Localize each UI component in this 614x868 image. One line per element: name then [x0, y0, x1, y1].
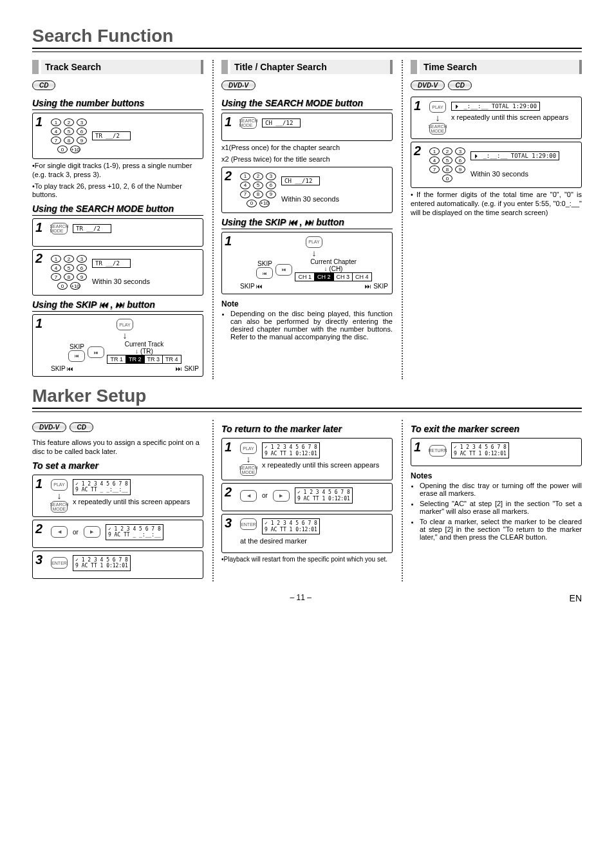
step-ret-1: 1 PLAY SEARCH MODE ✓ 1 2 3 4 5 6 7 8 9 A… — [221, 438, 393, 480]
page-title-marker: Marker Setup — [32, 386, 582, 409]
skip-prev-icon: ⏮ — [68, 350, 85, 362]
search-mode-icon: SEARCH MODE — [51, 501, 68, 513]
search-mode-icon: SEARCH MODE — [240, 464, 257, 476]
ch-label: (CH) — [329, 265, 342, 272]
within-30s: Within 30 seconds — [92, 278, 150, 285]
step-exit-1: 1 RETURN ✓ 1 2 3 4 5 6 7 8 9 AC TT 1 0:1… — [411, 438, 582, 466]
step-set-3: 3 ENTER ✓ 1 2 3 4 5 6 7 8 9 AC TT 1 0:12… — [32, 551, 203, 579]
skip-left-label: SKIP ⏮ — [51, 365, 73, 372]
search-mode-icon: SEARCH MODE — [51, 223, 68, 234]
play-icon: PLAY — [429, 101, 446, 113]
cursor-right-icon: ▶ — [273, 490, 290, 502]
enter-icon: ENTER — [240, 518, 257, 530]
skip-prev-icon: ⏮ — [256, 267, 273, 279]
set-repeat: x repeatedly until this screen appears — [73, 498, 190, 507]
disc-badge-cd: CD — [448, 80, 471, 90]
step-ch-1: 1 SEARCH MODE CH __/12 — [221, 113, 393, 141]
subhead-num: Using the number buttons — [32, 98, 203, 110]
display-tr: TR __/2 — [73, 224, 111, 233]
disc-badge-cd: CD — [32, 80, 55, 90]
disc-badge-dvd: DVD-V — [221, 80, 256, 90]
cursor-left-icon: ◀ — [240, 490, 257, 502]
cursor-left-icon: ◀ — [51, 526, 68, 538]
step-track-sm-2: 2 123 456 789 0+10 TR __/2 Within 30 sec… — [32, 249, 203, 296]
skip-label: SKIP — [68, 343, 85, 350]
exit-note-3: To clear a marker, select the marker to … — [420, 518, 582, 541]
marker-display: ✓ 1 2 3 4 5 6 7 8 9 AC TT _ _:__:__ — [73, 479, 131, 495]
disc-badge-dvd: DVD-V — [411, 80, 445, 90]
step-track-skip-1: 1 PLAY SKIP ⏮ ⏭ Current Track ↓ (TR) TR … — [32, 314, 203, 377]
within-30s: Within 30 seconds — [281, 195, 339, 203]
time-repeat: x repeatedly until this screen appears — [451, 113, 568, 122]
column-set-marker: DVD-V CD This feature allows you to assi… — [32, 420, 203, 581]
marker-display: ✓ 1 2 3 4 5 6 7 8 9 AC TT 1 0:12:01 — [295, 487, 353, 504]
chapter-strip: CH 1 CH 2 CH 3 CH 4 — [295, 272, 371, 281]
step-time-2: 2 123 456 789 0 ⏵ _:__:__ TOTAL 1:29:00 … — [411, 142, 582, 188]
exit-notes-head: Notes — [411, 471, 582, 480]
skip-next-icon: ⏭ — [88, 346, 104, 358]
ch-note-body: Depending on the disc being played, this… — [230, 310, 393, 341]
exit-note-1: Opening the disc tray or turning off the… — [420, 482, 582, 497]
numpad-icon: 123 456 789 0+10 — [51, 254, 87, 291]
skip-left-label: SKIP ⏮ — [240, 283, 263, 290]
ch-note-head: Note — [221, 299, 393, 308]
time-note: • If the former digits of the total time… — [411, 191, 582, 217]
num-note-1: •For single digit tracks (1-9), press a … — [32, 162, 203, 180]
display-time: ⏵ _:__:__ TOTAL 1:29:00 — [451, 102, 540, 111]
current-track-label: Current Track — [107, 341, 181, 348]
header-time: Time Search — [411, 60, 582, 74]
marker-display: ✓ 1 2 3 4 5 6 7 8 9 AC TT 1 0:12:01 — [73, 555, 131, 571]
display-ch: CH __/12 — [262, 118, 301, 127]
display-tr: TR __/2 — [92, 131, 131, 140]
play-icon: PLAY — [240, 442, 257, 454]
play-icon: PLAY — [116, 319, 133, 330]
search-mode-icon: SEARCH MODE — [240, 117, 257, 129]
skip-label: SKIP — [256, 260, 273, 267]
numpad-icon: 123 456 789 0+10 — [51, 117, 87, 155]
numpad-icon: 123 456 789 0+10 — [240, 171, 276, 209]
subhead-set-marker: To set a marker — [32, 460, 203, 472]
ch-instr-2: x2 (Press twice) for the title search — [221, 155, 393, 164]
play-icon: PLAY — [51, 479, 68, 491]
disc-badge-dvd: DVD-V — [32, 422, 66, 432]
numpad-icon: 123 456 789 0 — [429, 146, 465, 184]
marker-intro: This feature allows you to assign a spec… — [32, 439, 203, 457]
subhead-ch-skip: Using the SKIP ⏮ , ⏭ button — [221, 217, 393, 229]
exit-note-2: Selecting "AC" at step [2] in the sectio… — [420, 500, 582, 515]
marker-display: ✓ 1 2 3 4 5 6 7 8 9 AC TT 1 0:12:01 — [451, 442, 509, 458]
step-ch-skip-1: 1 PLAY SKIP ⏮ ⏭ Current Chapter ↓ (CH) C… — [221, 232, 393, 294]
rule — [32, 52, 582, 52]
cursor-right-icon: ▶ — [84, 526, 100, 538]
subhead-exit-marker: To exit the marker screen — [411, 424, 582, 435]
header-track: Track Search — [32, 60, 203, 74]
step-set-1: 1 PLAY SEARCH MODE ✓ 1 2 3 4 5 6 7 8 9 A… — [32, 475, 203, 517]
page-title-search: Search Function — [32, 26, 582, 49]
step-ch-2: 2 123 456 789 0+10 CH __/12 Within 30 se… — [221, 167, 393, 213]
marker-display: ✓ 1 2 3 4 5 6 7 8 9 AC TT _ _:__:__ — [106, 524, 163, 540]
step-ret-2: 2 ◀ or ▶ ✓ 1 2 3 4 5 6 7 8 9 AC TT 1 0:1… — [221, 483, 393, 511]
step-track-sm-1: 1 SEARCH MODE TR __/2 — [32, 218, 203, 247]
disc-badge-cd: CD — [70, 422, 93, 432]
step-time-1: 1 PLAY SEARCH MODE ⏵ _:__:__ TOTAL 1:29:… — [411, 97, 582, 139]
play-icon: PLAY — [306, 236, 322, 248]
within-30s: Within 30 seconds — [470, 170, 528, 178]
subhead-skip: Using the SKIP ⏮ , ⏭ button — [32, 299, 203, 312]
exit-notes-list: Opening the disc tray or turning off the… — [411, 482, 582, 541]
current-chapter-label: Current Chapter — [295, 258, 371, 265]
num-note-2: •To play track 26, press +10, 2, 6 of th… — [32, 182, 203, 200]
display-time: ⏵ _:__:__ TOTAL 1:29:00 — [470, 151, 559, 160]
rule — [32, 411, 582, 412]
marker-display: ✓ 1 2 3 4 5 6 7 8 9 AC TT 1 0:12:01 — [262, 518, 320, 534]
column-track: Track Search CD Using the number buttons… — [32, 60, 203, 379]
display-tr: TR __/2 — [92, 259, 131, 268]
at-desired-marker: at the desired marker — [240, 537, 388, 546]
header-chapter: Title / Chapter Search — [221, 60, 393, 74]
step-ret-3: 3 ENTER ✓ 1 2 3 4 5 6 7 8 9 AC TT 1 0:12… — [221, 514, 393, 553]
column-chapter: Title / Chapter Search DVD-V Using the S… — [212, 60, 393, 379]
subhead-return-marker: To return to the marker later — [221, 424, 393, 435]
skip-next-icon: ⏭ — [275, 264, 292, 276]
skip-right-label: ⏭ SKIP — [176, 365, 199, 372]
ret-repeat: x repeatedly until this screen appears — [262, 461, 379, 470]
column-exit-marker: To exit the marker screen 1 RETURN ✓ 1 2… — [402, 420, 582, 581]
column-return-marker: To return to the marker later 1 PLAY SEA… — [212, 420, 393, 581]
